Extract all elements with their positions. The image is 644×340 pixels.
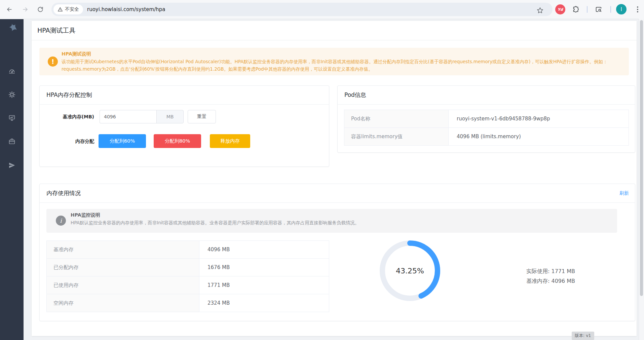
bookmark-button[interactable] [535,5,545,15]
pod-name-value: ruoyi-system-v1-6db9458788-9wp8p [449,110,629,127]
allocated-memory-row-value: 1676 MB [199,259,329,276]
profile-avatar[interactable]: l [616,4,627,14]
exclamation-circle-icon: ! [48,56,58,67]
hpa-monitor-info-alert: i HPA监控说明 HPA默认监控业务容器的内存使用率，而非Init容器或其他辅… [46,209,617,233]
memory-control-card: HPA内存分配控制 基准内存(MB) MB 重置 内存分配 分配到60% 分配到… [39,85,329,167]
hpa-warning-alert: ! HPA测试说明 该功能用于测试Kubernetes的水平Pod自动伸缩(Ho… [39,48,629,75]
hpa-tool-panel: HPA测试工具 ! HPA测试说明 该功能用于测试Kubernetes的水平Po… [32,21,637,336]
memory-unit-addon: MB [156,110,184,123]
extensions-button[interactable] [571,5,580,14]
monitor-chart-icon [8,114,15,121]
version-badge: 版本: v1 [572,332,594,340]
pod-info-header: Pod信息 [338,86,635,105]
limits-memory-label: 容器limits.memory值 [344,128,449,145]
forward-icon [22,6,29,13]
pod-info-title: Pod信息 [344,86,366,104]
browser-toolbar: 不安全 ruoyi.howlaisi.com/system/hpa Yd l [0,0,644,19]
allocate-80-button[interactable]: 分配到80% [154,134,201,148]
used-memory-row-value: 1771 MB [199,276,329,294]
app-logo[interactable] [5,22,18,34]
panel-header: HPA测试工具 [32,21,637,40]
gauge-percent-label: 43.25% [376,237,444,304]
memory-usage-table: 基准内存 4096 MB 已分配内存 1676 MB 已使用内存 1771 MB… [46,240,329,312]
reload-icon [37,6,44,13]
sidebar-item-monitor[interactable] [8,114,15,121]
memory-control-header: HPA内存分配控制 [40,86,329,105]
scrollbar-thumb[interactable] [640,20,643,296]
avatar-letter: l [620,6,622,12]
star-icon [536,7,544,14]
extension-badge-label: Yd [558,7,563,12]
memory-control-title: HPA内存分配控制 [46,86,92,104]
security-label: 不安全 [65,6,79,12]
warning-body: 该功能用于测试Kubernetes的水平Pod自动伸缩(Horizontal P… [62,58,623,73]
reload-button[interactable] [35,4,45,14]
briefcase-icon [8,138,15,145]
puzzle-icon [572,6,579,13]
app-sidebar [0,19,24,340]
legend-base-memory: 基准内存: 4096 MB [526,276,575,286]
memory-usage-gauge: 43.25% [376,237,444,304]
info-title: HPA监控说明 [71,212,100,218]
pod-name-label: Pod名称 [344,110,449,127]
base-memory-row-label: 基准内存 [47,241,199,258]
page-search-icon [595,6,602,13]
info-body: HPA默认监控业务容器的内存使用率，而非Init容器或其他辅助容器。业务容器是用… [71,220,359,226]
table-row: Pod名称 ruoyi-system-v1-6db9458788-9wp8p [344,110,629,128]
search-tabs-button[interactable] [594,5,603,14]
back-icon [6,6,13,13]
gauge-legend: 实际使用: 1771 MB 基准内存: 4096 MB [526,266,575,286]
refresh-link[interactable]: 刷新 [619,184,629,202]
allocated-memory-row-label: 已分配内存 [47,259,199,276]
toolbar-divider [587,6,588,13]
table-row: 已分配内存 1676 MB [47,259,329,276]
memory-usage-header: 内存使用情况 刷新 [40,184,635,203]
info-circle-icon: i [56,216,66,226]
limits-memory-value: 4096 MB (limits.memory) [449,128,629,145]
browser-menu-button[interactable] [635,5,640,14]
kebab-icon [637,11,638,12]
speedometer-icon [8,68,15,75]
url-text[interactable]: ruoyi.howlaisi.com/system/hpa [87,6,165,12]
kebab-icon [637,6,638,8]
allocate-60-button[interactable]: 分配到60% [99,134,146,148]
table-row: 容器limits.memory值 4096 MB (limits.memory) [344,128,629,146]
base-memory-input[interactable] [100,110,157,123]
memory-usage-card: 内存使用情况 刷新 i HPA监控说明 HPA默认监控业务容器的内存使用率，而非… [39,184,635,321]
table-row: 基准内存 4096 MB [47,241,329,259]
page-title: HPA测试工具 [37,21,76,40]
back-button[interactable] [4,4,14,14]
reset-button[interactable]: 重置 [188,110,216,123]
extension-yd-button[interactable]: Yd [555,4,565,14]
sidebar-item-send[interactable] [8,161,15,169]
paper-plane-icon [8,162,15,169]
site-security-chip[interactable]: 不安全 [53,4,83,14]
legend-actual-usage: 实际使用: 1771 MB [526,266,575,276]
pod-info-table: Pod名称 ruoyi-system-v1-6db9458788-9wp8p 容… [344,110,629,146]
free-memory-row-value: 2324 MB [199,294,329,312]
warning-title: HPA测试说明 [62,51,91,57]
base-memory-label: 基准内存(MB) [40,113,94,120]
sidebar-item-projects[interactable] [8,138,15,145]
forward-button[interactable] [20,4,30,14]
release-memory-button[interactable]: 释放内存 [210,134,250,148]
kebab-icon [637,9,638,10]
browser-scrollbar[interactable] [639,19,644,340]
warning-triangle-icon [58,7,63,12]
toolbar-divider-2 [610,6,611,13]
free-memory-row-label: 空闲内存 [47,294,199,312]
address-bar[interactable]: 不安全 ruoyi.howlaisi.com/system/hpa [51,3,553,16]
sidebar-item-settings[interactable] [8,91,15,98]
pod-info-card: Pod信息 Pod名称 ruoyi-system-v1-6db9458788-9… [337,85,635,153]
allocation-label: 内存分配 [40,138,94,145]
sidebar-item-dashboard[interactable] [8,68,15,75]
gear-icon [8,91,15,98]
table-row: 已使用内存 1771 MB [47,276,329,294]
used-memory-row-label: 已使用内存 [47,276,199,294]
base-memory-row-value: 4096 MB [199,241,329,258]
table-row: 空闲内存 2324 MB [47,294,329,312]
memory-usage-title: 内存使用情况 [46,184,81,202]
